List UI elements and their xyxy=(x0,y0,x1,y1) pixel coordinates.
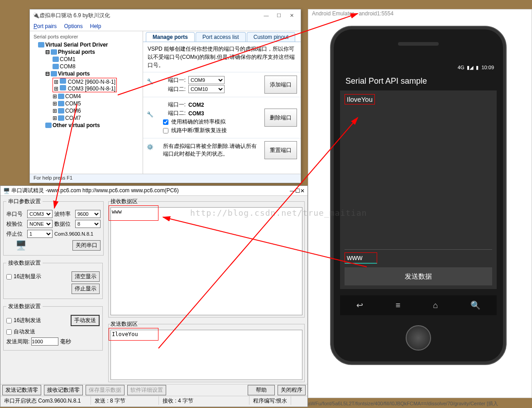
android-statusbar: 4G ▮◢ ▮ 10:09 xyxy=(340,63,497,72)
grp-param: 串口参数设置 串口号COM3 波特率9600 校验位NONE 数据位8 停止位1… xyxy=(3,198,104,256)
vspd-title: 虚拟串口驱动 6.9 by耿川汉化 xyxy=(39,12,110,19)
chk-hextx[interactable] xyxy=(6,318,12,323)
clock: 10:09 xyxy=(481,65,494,70)
add-port1-select[interactable]: COM9 xyxy=(188,76,225,84)
tree-virtual[interactable]: ⊟ Virtual ports xyxy=(45,70,142,77)
back-icon[interactable]: ↩ xyxy=(356,300,363,310)
maximize-button[interactable]: ☐ xyxy=(273,11,285,20)
chk-break[interactable] xyxy=(163,128,168,133)
tree-com5[interactable]: ⊞ COM5 xyxy=(53,100,142,107)
debug-icon: 🖥️ xyxy=(3,188,10,194)
cfg-string: Com3.9600.N.8.1 xyxy=(54,231,93,237)
search-icon[interactable]: 🔍 xyxy=(470,300,480,310)
tree-other[interactable]: Other virtual ports xyxy=(45,122,142,129)
reset-button[interactable]: 重置端口 xyxy=(264,141,297,159)
menu-portpairs[interactable]: PPort pairsort pairs xyxy=(34,23,57,29)
btn-clrdisp[interactable]: 清空显示 xyxy=(72,271,100,282)
bottom-url-text: aWFu/font/5a6L5L2T/fontsize/400/fill/I0J… xyxy=(308,400,532,407)
tree-root[interactable]: Virtual Serial Port Driver xyxy=(38,41,142,48)
emulator-title: Android Emulator - android1:5554 xyxy=(308,9,532,19)
link-icon: 🖥️ xyxy=(15,240,27,251)
menu-options[interactable]: Options xyxy=(64,23,82,29)
del-port1-val: COM2 xyxy=(188,102,204,108)
menu-help[interactable]: Help xyxy=(90,23,101,29)
chk-auto[interactable] xyxy=(6,329,12,335)
right-pane: Manage ports Port access list Custom pin… xyxy=(143,31,301,174)
statusbar: 串口开启状态 Com3.9600.N.8.1 发送 : 8 字节 接收 : 4 … xyxy=(0,396,307,405)
phone-frame: 4G ▮◢ ▮ 10:09 Serial Port API sample Ilo… xyxy=(330,26,507,365)
tree-com3[interactable]: ⊞ COM3 [9600-N-8-1] xyxy=(54,85,115,92)
rx-textarea[interactable]: www xyxy=(110,207,302,315)
tree-com2[interactable]: ⊞ COM2 [9600-N-8-1] xyxy=(54,78,115,85)
btn-detail[interactable]: 软件详细设置 xyxy=(127,385,166,395)
grp-txset: 发送数据设置 16进制发送 手动发送 自动发送 发送周期:毫秒 xyxy=(3,303,103,351)
bottombar: 发送记数清零 接收记数清零 保存显示数据 软件详细设置 帮助 关闭程序 xyxy=(0,384,307,396)
menu-icon[interactable]: ≡ xyxy=(396,301,401,310)
del-port2-val: COM3 xyxy=(188,110,204,117)
chk-hexrx[interactable] xyxy=(6,274,12,280)
minimize-button[interactable]: — xyxy=(260,11,273,20)
close-port-button[interactable]: 关闭串口 xyxy=(72,240,101,251)
status-open: 串口开启状态 Com3.9600.N.8.1 xyxy=(0,396,91,405)
btn-help[interactable]: 帮助 xyxy=(248,385,275,395)
tree-com7[interactable]: ⊞ COM7 xyxy=(53,114,142,122)
phone-screen: 4G ▮◢ ▮ 10:09 Serial Port API sample Ilo… xyxy=(340,63,497,289)
btn-clr-rx[interactable]: 接收记数清零 xyxy=(44,385,83,395)
signal-bars-icon: ▮◢ xyxy=(467,65,473,71)
btn-stopdisp[interactable]: 停止显示 xyxy=(72,284,100,294)
signal-icon: 4G xyxy=(458,65,465,70)
grp-rxset: 接收数据设置 16进制显示 清空显示 停止显示 xyxy=(3,259,103,299)
home-icon[interactable]: ⌂ xyxy=(433,301,438,310)
tx-textarea[interactable]: IloveYou xyxy=(110,330,302,380)
tree-com8[interactable]: COM8 xyxy=(53,63,142,70)
send-button[interactable]: 发送数据 xyxy=(345,267,492,285)
app-title: Serial Port API sample xyxy=(340,72,497,90)
del-section: 🔧 端口一:COM2 端口二:COM3 使用精确的波特率模拟 线路中断/重新恢复… xyxy=(143,97,301,138)
dbg-max[interactable]: ☐ xyxy=(295,188,300,194)
debug-window: 🖥️ 串口调试精灵 -www.pc6.com http://www.pc6.co… xyxy=(0,185,308,407)
dbg-min[interactable]: — xyxy=(290,188,295,194)
btn-manual[interactable]: 手动发送 xyxy=(71,315,100,326)
tree-com4[interactable]: ⊞ COM4 xyxy=(53,93,142,100)
status-tx: 发送 : 8 字节 xyxy=(91,396,159,405)
battery-icon: ▮ xyxy=(476,65,479,71)
stop-select[interactable]: 1 xyxy=(27,230,53,238)
tree-pane: Serial ports explorer Virtual Serial Por… xyxy=(30,31,143,174)
add-section: 🔧 端口一:COM9 端口二:COM10 添加端口 xyxy=(143,72,301,97)
explorer-title: Serial ports explorer xyxy=(31,33,142,41)
parity-select[interactable]: NONE xyxy=(27,220,53,228)
vspd-menubar: PPort pairsort pairs Options Help xyxy=(30,21,301,31)
received-text: IloveYou xyxy=(345,94,375,104)
databits-select[interactable]: 8 xyxy=(75,220,101,228)
app-icon: 🔌 xyxy=(33,12,39,19)
add-icon: 🔧 xyxy=(147,78,159,91)
add-port2-select[interactable]: COM10 xyxy=(188,85,225,93)
reset-section: ⚙️ 所有虚拟端口将被全部删除.请确认所有端口此时都处于关闭状态。 重置端口 xyxy=(143,138,301,162)
tree-physical[interactable]: ⊟ Physical ports xyxy=(45,48,142,56)
period-input[interactable] xyxy=(31,337,58,346)
close-button[interactable]: ✕ xyxy=(285,11,298,20)
tab-manage[interactable]: Manage ports xyxy=(146,32,195,42)
tree-com1[interactable]: COM1 xyxy=(53,56,142,63)
earpiece xyxy=(398,42,439,46)
tab-access[interactable]: Port access list xyxy=(196,32,246,42)
baud-select[interactable]: 9600 xyxy=(75,210,101,218)
add-port-button[interactable]: 添加端口 xyxy=(264,76,297,94)
vspd-titlebar: 🔌 虚拟串口驱动 6.9 by耿川汉化 — ☐ ✕ xyxy=(30,9,301,21)
port-select[interactable]: COM3 xyxy=(27,210,53,218)
home-button[interactable] xyxy=(406,325,431,351)
tab-custom[interactable]: Custom pinout xyxy=(247,32,295,42)
vspd-desc: VSPD 能够创建任何你想使用的端口号的虚拟端口，所以你可以不受端口号(COMx… xyxy=(143,42,301,72)
btn-clr-tx[interactable]: 发送记数清零 xyxy=(2,385,41,395)
reset-desc: 所有虚拟端口将被全部删除.请确认所有端口此时都处于关闭状态。 xyxy=(163,142,261,158)
del-port-button[interactable]: 删除端口 xyxy=(264,109,297,127)
vspd-footer: For help press F1 xyxy=(30,174,301,183)
reset-icon: ⚙️ xyxy=(147,144,159,157)
tree-com6[interactable]: ⊞ COM6 xyxy=(53,107,142,114)
chk-baud[interactable] xyxy=(163,119,168,125)
send-input[interactable] xyxy=(345,252,377,264)
dbg-close[interactable]: ✕ xyxy=(300,188,305,194)
status-rx: 接收 : 4 字节 xyxy=(159,396,249,405)
btn-save[interactable]: 保存显示数据 xyxy=(86,385,125,395)
btn-quit[interactable]: 关闭程序 xyxy=(278,385,306,395)
